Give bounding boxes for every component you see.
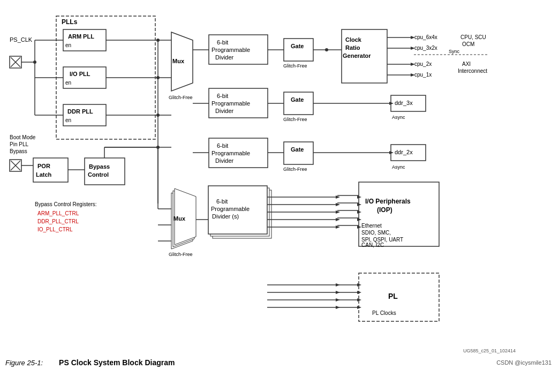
figure-caption: Figure 25-1: PS Clock System Block Diagr… xyxy=(5,358,552,367)
svg-text:Glitch-Free: Glitch-Free xyxy=(283,167,307,172)
svg-text:Sync: Sync xyxy=(449,49,460,54)
svg-text:Programmable: Programmable xyxy=(211,100,250,107)
svg-rect-94 xyxy=(284,142,313,164)
svg-text:Programmable: Programmable xyxy=(211,47,250,53)
svg-text:Pin PLL: Pin PLL xyxy=(10,141,28,147)
svg-text:DDR PLL: DDR PLL xyxy=(67,108,93,115)
svg-text:Gate: Gate xyxy=(291,96,304,103)
svg-text:6-bit: 6-bit xyxy=(216,198,228,205)
svg-point-20 xyxy=(33,61,36,64)
svg-text:PL Clocks: PL Clocks xyxy=(372,310,396,316)
svg-text:Control: Control xyxy=(88,171,109,178)
svg-text:Async: Async xyxy=(392,164,405,170)
svg-text:6-bit: 6-bit xyxy=(217,93,228,99)
svg-text:Divider: Divider xyxy=(215,157,234,164)
svg-text:Programmable: Programmable xyxy=(211,206,250,212)
svg-text:Glitch-Free: Glitch-Free xyxy=(283,117,307,122)
svg-text:PLLs: PLLs xyxy=(62,18,78,26)
svg-text:I/O PLL: I/O PLL xyxy=(70,71,90,77)
svg-text:DDR_PLL_CTRL: DDR_PLL_CTRL xyxy=(37,218,79,224)
svg-text:cpu_3x2x: cpu_3x2x xyxy=(414,45,437,51)
svg-text:Ethernet: Ethernet xyxy=(361,223,382,229)
diagram-svg: PLLs PS_CLK ARM PLL en I/O PLL en DDR PL… xyxy=(5,5,552,359)
ps-clk-label: PS_CLK xyxy=(10,36,33,43)
svg-text:UG585_c25_01_102414: UG585_c25_01_102414 xyxy=(463,348,516,353)
svg-text:CAN, I2C: CAN, I2C xyxy=(361,242,384,248)
svg-text:Bypass Control Registers:: Bypass Control Registers: xyxy=(35,201,97,207)
svg-text:SDIO, SMC,: SDIO, SMC, xyxy=(361,230,391,236)
svg-text:Glitch-Free: Glitch-Free xyxy=(169,95,193,100)
main-container: PLLs PS_CLK ARM PLL en I/O PLL en DDR PL… xyxy=(0,0,559,392)
svg-text:Bypass: Bypass xyxy=(89,163,110,170)
svg-text:Programmable: Programmable xyxy=(211,150,250,156)
svg-text:Divider (s): Divider (s) xyxy=(212,213,239,220)
svg-text:Latch: Latch xyxy=(36,171,52,178)
svg-text:OCM: OCM xyxy=(462,41,474,47)
svg-text:Mux: Mux xyxy=(173,215,186,222)
svg-text:en: en xyxy=(65,42,71,48)
svg-text:6-bit: 6-bit xyxy=(217,39,228,46)
svg-text:ARM_PLL_CTRL: ARM_PLL_CTRL xyxy=(37,210,79,216)
svg-text:en: en xyxy=(65,80,71,86)
svg-text:(IOP): (IOP) xyxy=(377,206,392,214)
svg-text:cpu_6x4x: cpu_6x4x xyxy=(414,34,437,40)
svg-text:Interconnect: Interconnect xyxy=(458,68,487,74)
svg-text:Divider: Divider xyxy=(215,54,234,61)
svg-text:Boot Mode: Boot Mode xyxy=(10,134,36,140)
svg-text:I/O Peripherals: I/O Peripherals xyxy=(365,198,411,205)
svg-text:Glitch-Free: Glitch-Free xyxy=(169,252,193,257)
svg-text:ddr_3x: ddr_3x xyxy=(395,100,413,106)
svg-text:AXI: AXI xyxy=(462,61,471,67)
svg-text:Gate: Gate xyxy=(291,43,304,49)
svg-text:en: en xyxy=(65,117,71,123)
svg-text:Glitch-Free: Glitch-Free xyxy=(283,63,307,69)
svg-text:ddr_2x: ddr_2x xyxy=(395,149,413,155)
svg-text:Async: Async xyxy=(392,115,405,120)
svg-text:CPU, SCU: CPU, SCU xyxy=(460,34,486,40)
svg-text:Gate: Gate xyxy=(291,146,304,153)
svg-rect-80 xyxy=(284,92,313,115)
figure-number: Figure 25-1: xyxy=(5,359,43,367)
svg-text:IO_PLL_CTRL: IO_PLL_CTRL xyxy=(37,227,73,232)
svg-text:Bypass: Bypass xyxy=(10,148,27,154)
svg-text:POR: POR xyxy=(37,163,50,169)
svg-text:Mux: Mux xyxy=(172,58,185,64)
svg-text:cpu_1x: cpu_1x xyxy=(414,72,432,78)
diagram-area: PLLs PS_CLK ARM PLL en I/O PLL en DDR PL… xyxy=(5,5,552,370)
svg-text:Divider: Divider xyxy=(215,108,234,114)
svg-text:6-bit: 6-bit xyxy=(217,142,228,149)
svg-text:cpu_2x: cpu_2x xyxy=(414,61,432,67)
figure-source: CSDN @icysmile131 xyxy=(496,359,552,366)
figure-title: PS Clock System Block Diagram xyxy=(59,358,175,367)
svg-text:Clock: Clock xyxy=(345,36,362,43)
svg-rect-51 xyxy=(284,39,313,61)
svg-text:Ratio: Ratio xyxy=(345,44,360,51)
svg-rect-27 xyxy=(33,158,68,182)
svg-text:Generator: Generator xyxy=(343,52,371,59)
svg-text:PL: PL xyxy=(388,292,398,300)
svg-text:ARM PLL: ARM PLL xyxy=(68,33,94,40)
svg-point-61 xyxy=(325,48,328,51)
